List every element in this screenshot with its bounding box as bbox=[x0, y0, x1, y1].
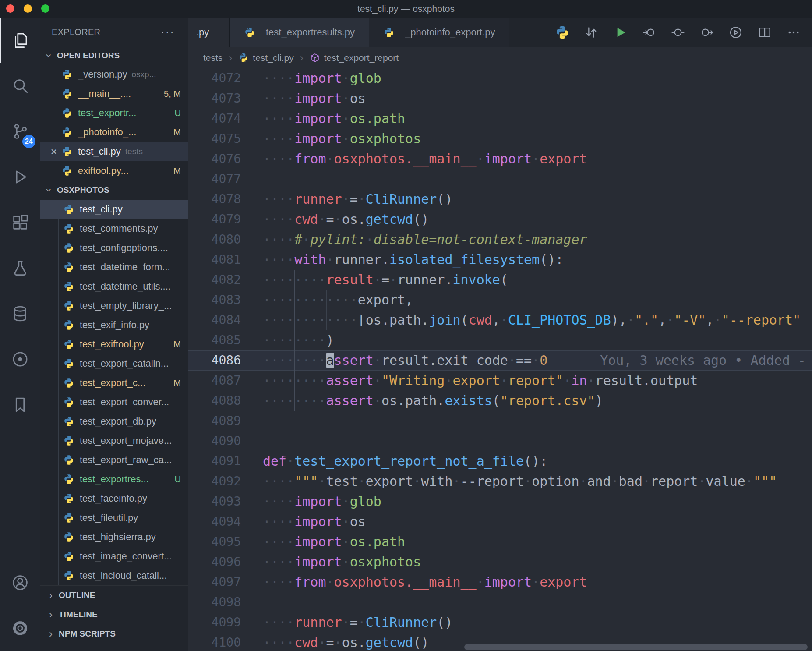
line-number[interactable]: 4079 bbox=[188, 209, 241, 230]
tree-item-test-exportres[interactable]: test_exportres...U bbox=[40, 470, 188, 489]
horizontal-scrollbar[interactable] bbox=[464, 644, 808, 650]
zoom-window-button[interactable] bbox=[41, 4, 49, 13]
more-actions-icon[interactable] bbox=[781, 22, 806, 43]
explorer-icon[interactable] bbox=[0, 18, 40, 63]
code-line-4072[interactable]: 4072····import·glob bbox=[188, 68, 812, 88]
run-python-file-icon[interactable] bbox=[608, 22, 632, 43]
line-number[interactable]: 4091 bbox=[188, 451, 241, 471]
tree-item-test-datetime-form[interactable]: test_datetime_form... bbox=[40, 258, 188, 277]
run-cell-icon[interactable] bbox=[666, 22, 690, 43]
code-line-4087[interactable]: 4087········assert·"Writing·export·repor… bbox=[188, 371, 812, 391]
code-line-4077[interactable]: 4077 bbox=[188, 169, 812, 189]
code-line-4073[interactable]: 4073····import·os bbox=[188, 88, 812, 109]
source-control-icon[interactable]: 24 bbox=[0, 109, 40, 154]
line-number[interactable]: 4092 bbox=[188, 471, 241, 492]
line-number[interactable]: 4080 bbox=[188, 230, 241, 250]
open-editors-header[interactable]: › OPEN EDITORS bbox=[40, 46, 188, 65]
open-editor-item-main[interactable]: __main__....5, M bbox=[40, 84, 188, 103]
line-number[interactable]: 4084 bbox=[188, 310, 241, 330]
line-number[interactable]: 4089 bbox=[188, 411, 241, 431]
open-editor-item-version-py[interactable]: _version.pyosxp... bbox=[40, 65, 188, 84]
line-number[interactable]: 4075 bbox=[188, 129, 241, 149]
line-number[interactable]: 4074 bbox=[188, 109, 241, 129]
code-line-4094[interactable]: 4094····import·os bbox=[188, 512, 812, 532]
tab-py[interactable]: .py bbox=[188, 18, 230, 47]
close-window-button[interactable] bbox=[6, 4, 14, 13]
tree-item-test-faceinfo-py[interactable]: test_faceinfo.py bbox=[40, 489, 188, 508]
extensions-icon[interactable] bbox=[0, 200, 40, 245]
code-line-4078[interactable]: 4078····runner·=·CliRunner() bbox=[188, 189, 812, 209]
code-line-4075[interactable]: 4075····import·osxphotos bbox=[188, 129, 812, 149]
line-number[interactable]: 4090 bbox=[188, 431, 241, 451]
breadcrumb-item-test-cli-py[interactable]: test_cli.py bbox=[238, 53, 293, 63]
run-debug-icon[interactable] bbox=[0, 154, 40, 200]
open-editor-item-test-cli-py[interactable]: ×test_cli.pytests bbox=[40, 142, 188, 161]
line-number[interactable]: 4083 bbox=[188, 290, 241, 310]
line-number[interactable]: 4082 bbox=[188, 270, 241, 290]
search-icon[interactable] bbox=[0, 63, 40, 109]
code-line-4099[interactable]: 4099····runner·=·CliRunner() bbox=[188, 612, 812, 633]
code-line-4081[interactable]: 4081····with·runner.isolated_filesystem(… bbox=[188, 250, 812, 270]
close-editor-icon[interactable]: × bbox=[46, 145, 61, 159]
tab-test-exportresults-py[interactable]: test_exportresults.py bbox=[230, 18, 369, 47]
open-editor-item-photoinfo[interactable]: _photoinfo_...M bbox=[40, 123, 188, 142]
section-npm-scripts[interactable]: ›NPM SCRIPTS bbox=[40, 624, 188, 643]
database-icon[interactable] bbox=[0, 291, 40, 336]
code-line-4083[interactable]: 4083············export, bbox=[188, 290, 812, 310]
tree-item-test-fileutil-py[interactable]: test_fileutil.py bbox=[40, 508, 188, 527]
code-line-4096[interactable]: 4096····import·osxphotos bbox=[188, 552, 812, 572]
code-line-4076[interactable]: 4076····from·osxphotos.__main__·import·e… bbox=[188, 149, 812, 169]
code-line-4090[interactable]: 4090 bbox=[188, 431, 812, 451]
code-line-4079[interactable]: 4079····cwd·=·os.getcwd() bbox=[188, 209, 812, 230]
section-outline[interactable]: ›OUTLINE bbox=[40, 585, 188, 605]
tree-item-test-datetime-utils[interactable]: test_datetime_utils.... bbox=[40, 277, 188, 296]
tree-item-test-export-mojave[interactable]: test_export_mojave... bbox=[40, 431, 188, 450]
tree-item-test-cli-py[interactable]: test_cli.py bbox=[40, 200, 188, 219]
section-timeline[interactable]: ›TIMELINE bbox=[40, 605, 188, 624]
run-above-icon[interactable] bbox=[637, 22, 661, 43]
code-line-4095[interactable]: 4095····import·os.path bbox=[188, 532, 812, 552]
code-line-4074[interactable]: 4074····import·os.path bbox=[188, 109, 812, 129]
testing-beaker-icon[interactable] bbox=[0, 245, 40, 291]
tree-item-test-exif-info-py[interactable]: test_exif_info.py bbox=[40, 315, 188, 335]
open-editor-item-test-exportr[interactable]: test_exportr...U bbox=[40, 103, 188, 123]
tree-item-test-export-c[interactable]: test_export_c...M bbox=[40, 373, 188, 393]
more-actions-icon[interactable]: ··· bbox=[161, 25, 175, 39]
line-number[interactable]: 4087 bbox=[188, 371, 241, 391]
project-section-header[interactable]: › OSXPHOTOS bbox=[40, 180, 188, 200]
record-icon[interactable] bbox=[0, 336, 40, 382]
line-number[interactable]: 4086 bbox=[188, 350, 241, 371]
line-number[interactable]: 4099 bbox=[188, 612, 241, 633]
code-line-4085[interactable]: 4085········) bbox=[188, 330, 812, 350]
tree-item-test-configoptions[interactable]: test_configoptions.... bbox=[40, 238, 188, 258]
settings-gear-icon[interactable] bbox=[0, 605, 40, 651]
bookmarks-icon[interactable] bbox=[0, 382, 40, 428]
line-number[interactable]: 4072 bbox=[188, 68, 241, 88]
account-icon[interactable] bbox=[0, 560, 40, 605]
run-all-icon[interactable] bbox=[724, 22, 748, 43]
minimize-window-button[interactable] bbox=[24, 4, 32, 13]
tree-item-test-export-catalin[interactable]: test_export_catalin... bbox=[40, 354, 188, 373]
run-below-icon[interactable] bbox=[695, 22, 719, 43]
code-line-4092[interactable]: 4092····"""·test·export·with·--report·op… bbox=[188, 471, 812, 492]
breadcrumb-item-tests[interactable]: tests bbox=[203, 53, 222, 63]
line-number[interactable]: 4098 bbox=[188, 592, 241, 612]
tree-item-test-export-db-py[interactable]: test_export_db.py bbox=[40, 412, 188, 431]
code-line-4097[interactable]: 4097····from·osxphotos.__main__·import·e… bbox=[188, 572, 812, 592]
line-number[interactable]: 4088 bbox=[188, 391, 241, 411]
tree-item-test-export-conver[interactable]: test_export_conver... bbox=[40, 393, 188, 412]
code-line-4086[interactable]: 4086········assert·result.exit_code·==·0… bbox=[188, 350, 812, 371]
line-number[interactable]: 4078 bbox=[188, 189, 241, 209]
line-number[interactable]: 4097 bbox=[188, 572, 241, 592]
open-changes-icon[interactable] bbox=[579, 22, 604, 43]
split-editor-icon[interactable] bbox=[752, 22, 777, 43]
tree-item-test-highsierra-py[interactable]: test_highsierra.py bbox=[40, 527, 188, 547]
line-number[interactable]: 4100 bbox=[188, 633, 241, 651]
line-number[interactable]: 4077 bbox=[188, 169, 241, 189]
code-line-4089[interactable]: 4089 bbox=[188, 411, 812, 431]
code-line-4082[interactable]: 4082········result·=·runner.invoke( bbox=[188, 270, 812, 290]
code-line-4093[interactable]: 4093····import·glob bbox=[188, 492, 812, 512]
code-line-4091[interactable]: 4091def·test_export_report_not_a_file(): bbox=[188, 451, 812, 471]
tree-item-test-image-convert[interactable]: test_image_convert... bbox=[40, 547, 188, 566]
code-line-4080[interactable]: 4080····#·pylint:·disable=not-context-ma… bbox=[188, 230, 812, 250]
